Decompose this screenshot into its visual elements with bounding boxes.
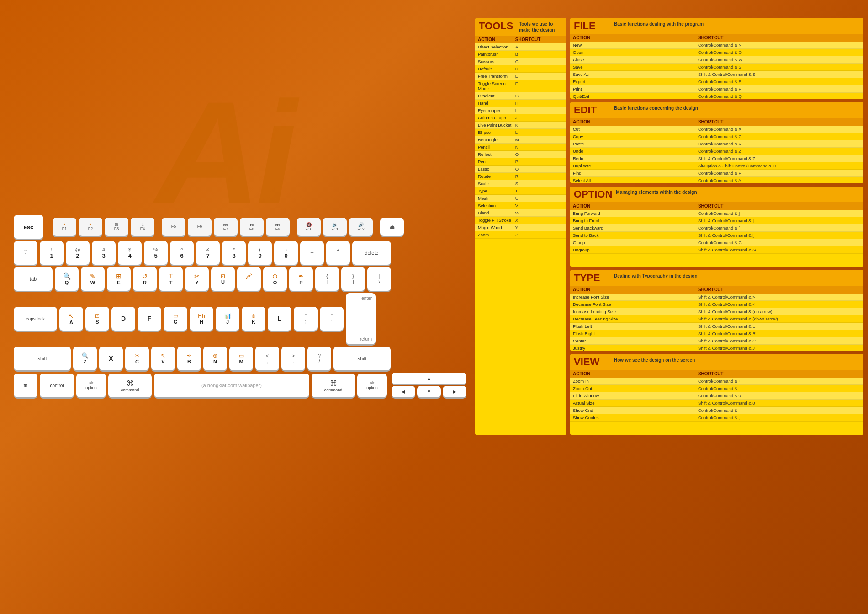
key-left-arrow[interactable]: ◀ [392, 386, 415, 397]
key-k[interactable]: ⊕ K [242, 307, 265, 331]
key-rbracket[interactable]: } ] [341, 267, 365, 291]
key-slash[interactable]: ? / [307, 347, 331, 370]
key-6[interactable]: ^ 6 [170, 241, 194, 265]
table-row: Direct SelectionA [475, 43, 566, 51]
key-period[interactable]: > . [281, 347, 305, 370]
row-action: Copy [573, 134, 698, 139]
key-g[interactable]: ▭ G [164, 307, 187, 331]
key-c[interactable]: ✂ C [125, 347, 149, 370]
ai-logo: Ai [155, 69, 292, 237]
key-quote[interactable]: " ' [320, 307, 344, 331]
key-minus[interactable]: _ – [300, 241, 324, 265]
key-a[interactable]: ↖ A [59, 307, 83, 331]
key-f6[interactable]: F6 [188, 218, 212, 236]
key-h[interactable]: Hh H [190, 307, 213, 331]
key-command-left[interactable]: ⌘ command [108, 374, 152, 397]
table-row: Zoom InControl/Command & + [570, 378, 863, 385]
row-action: Increase Font Size [573, 294, 698, 299]
key-semicolon[interactable]: " ; [294, 307, 318, 331]
row-shortcut: A [515, 44, 564, 49]
key-esc[interactable]: esc [14, 215, 43, 239]
table-row: Increase Font SizeShift & Control/Comman… [570, 294, 863, 301]
key-caps-lock[interactable]: caps lock [14, 307, 57, 331]
key-shift-right[interactable]: shift [333, 347, 391, 370]
key-comma[interactable]: < , [255, 347, 279, 370]
key-f2[interactable]: ✦ F2 [79, 218, 102, 236]
key-n[interactable]: ⊕ N [203, 347, 227, 370]
key-space[interactable]: (a hongkiat.com wallpaper) [154, 374, 309, 397]
row-action: Ellipse [478, 130, 515, 135]
row-shortcut: Shift & Control/Command & R [698, 331, 861, 336]
edit-title: EDIT [574, 105, 610, 115]
key-f9[interactable]: ⏭ F9 [266, 218, 290, 236]
row-shortcut: Control/Command & A [698, 178, 861, 183]
key-eject[interactable]: ⏏ [380, 218, 404, 236]
key-f[interactable]: F [138, 307, 161, 331]
key-4[interactable]: $ 4 [118, 241, 142, 265]
key-7[interactable]: & 7 [196, 241, 220, 265]
key-down-arrow[interactable]: ▼ [417, 386, 441, 397]
key-enter[interactable]: enter return [346, 293, 376, 344]
row-shortcut: Shift & Control/Command & ] [698, 218, 861, 223]
key-right-arrow[interactable]: ▶ [443, 386, 466, 397]
key-f12[interactable]: 🔊 F12 [349, 218, 373, 236]
key-alt-right[interactable]: alt option [357, 374, 387, 397]
row-action: Default [478, 66, 515, 71]
key-delete[interactable]: delete [352, 241, 391, 265]
row-shortcut: Q [515, 166, 564, 171]
key-v[interactable]: ↖ V [151, 347, 175, 370]
key-backslash[interactable]: | \ [367, 267, 391, 291]
key-e[interactable]: ⊞ E [107, 267, 131, 291]
key-z[interactable]: 🔍 Z [73, 347, 97, 370]
key-f8[interactable]: ⏯ F8 [240, 218, 264, 236]
key-f3[interactable]: ⊞ F3 [105, 218, 128, 236]
table-row: NewControl/Command & N [570, 42, 863, 49]
key-w[interactable]: ✎ W [81, 267, 105, 291]
key-f4[interactable]: ℹ F4 [131, 218, 154, 236]
key-shift-left[interactable]: shift [14, 347, 71, 370]
key-p[interactable]: ✒ P [289, 267, 313, 291]
table-row: DefaultD [475, 65, 566, 73]
key-r[interactable]: ↺ R [133, 267, 157, 291]
key-d[interactable]: D [111, 307, 135, 331]
key-1[interactable]: ! 1 [40, 241, 64, 265]
key-j[interactable]: 📊 J [216, 307, 239, 331]
key-equals[interactable]: + = [326, 241, 350, 265]
key-9[interactable]: ( 9 [248, 241, 272, 265]
key-tab[interactable]: tab [14, 267, 53, 291]
key-u[interactable]: ⊡ U [211, 267, 235, 291]
key-b[interactable]: ✒ B [177, 347, 201, 370]
key-0[interactable]: ) 0 [274, 241, 298, 265]
key-3[interactable]: # 3 [92, 241, 116, 265]
key-l[interactable]: L [268, 307, 291, 331]
key-f5[interactable]: F5 [162, 218, 185, 236]
key-s[interactable]: ⊡ S [85, 307, 109, 331]
key-f7[interactable]: ⏮ F7 [214, 218, 238, 236]
key-y[interactable]: ✂ Y [185, 267, 209, 291]
key-2[interactable]: @ 2 [66, 241, 90, 265]
key-fn[interactable]: fn [14, 374, 37, 397]
tools-subtitle: Tools we use to make the design [519, 21, 563, 33]
key-8[interactable]: * 8 [222, 241, 246, 265]
key-tilde[interactable]: ~ ` [14, 241, 37, 265]
key-control[interactable]: control [40, 374, 74, 397]
key-m[interactable]: ▭ M [229, 347, 253, 370]
row-shortcut: Control/Command & [ [698, 225, 861, 230]
key-command-right[interactable]: ⌘ command [312, 374, 355, 397]
key-alt-left[interactable]: alt option [76, 374, 106, 397]
row-action: Scissors [478, 59, 515, 64]
table-row: ScissorsC [475, 58, 566, 65]
key-up-arrow[interactable]: ▲ [392, 373, 466, 384]
key-t[interactable]: T T [159, 267, 183, 291]
key-f10[interactable]: 🔇 F10 [297, 218, 321, 236]
key-5[interactable]: % 5 [144, 241, 168, 265]
key-i[interactable]: 🖉 I [237, 267, 261, 291]
key-f11[interactable]: 🔉 F11 [323, 218, 347, 236]
edit-header: EDIT Basic functions concerning the desi… [570, 102, 863, 118]
table-row: Actual SizeShift & Control/Command & 0 [570, 400, 863, 407]
key-f1[interactable]: ✦ F1 [53, 218, 76, 236]
key-q[interactable]: 🔍 Q [55, 267, 79, 291]
key-lbracket[interactable]: { [ [315, 267, 339, 291]
key-x[interactable]: X [99, 347, 123, 370]
key-o[interactable]: ⊙ O [263, 267, 287, 291]
